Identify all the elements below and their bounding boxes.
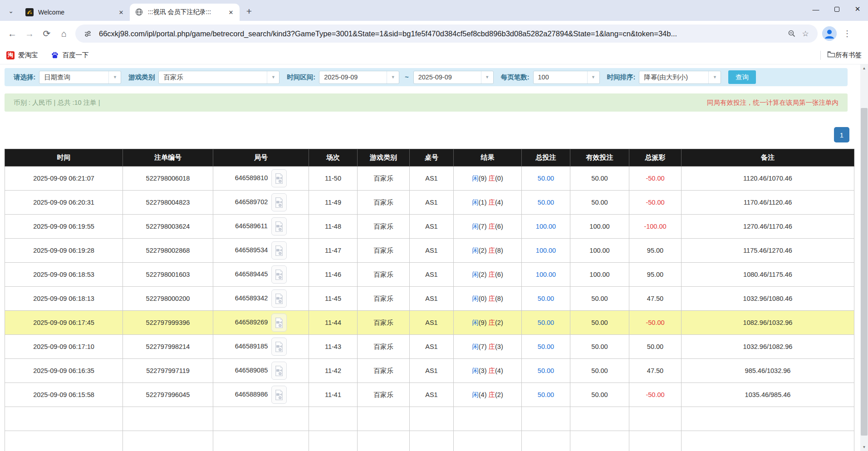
cell-total-bet: 50.00	[522, 359, 570, 383]
forward-icon[interactable]: →	[21, 25, 38, 42]
new-tab-button[interactable]: +	[242, 5, 256, 18]
col-session: 场次	[309, 149, 358, 167]
cell-table-no: AS1	[410, 215, 454, 239]
cell-bet-id: 522797997119	[123, 359, 213, 383]
video-replay-icon[interactable]	[271, 169, 287, 187]
cell-total-bet: 100.00	[522, 239, 570, 263]
cell-session: 11-42	[309, 359, 358, 383]
time-sort-label: 时间排序:	[607, 73, 636, 82]
cell-note: 1032.96/1080.46	[682, 287, 854, 311]
time-sort-select[interactable]: 降幂(由大到小) ▼	[639, 71, 721, 84]
video-replay-icon[interactable]	[271, 289, 287, 308]
cell-note: 1032.96/1082.96	[682, 335, 854, 359]
subtotal-valid-bet: 650.00	[570, 407, 629, 431]
cell-bet-id: 522797996045	[123, 383, 213, 407]
tab-search-icon[interactable]: ⌄	[5, 5, 17, 17]
site-settings-icon[interactable]	[81, 27, 94, 40]
cell-table-no: AS1	[410, 311, 454, 335]
maximize-button[interactable]	[826, 0, 847, 18]
per-page-select[interactable]: 100 ▼	[533, 71, 600, 84]
scrollbar-thumb[interactable]	[861, 108, 868, 436]
per-page-label: 每页笔数:	[501, 73, 530, 82]
table-row: 2025-09-09 06:16:35 522797997119 6465890…	[5, 359, 854, 383]
cell-table-no: AS1	[410, 287, 454, 311]
chevron-down-icon: ▼	[267, 71, 279, 83]
video-replay-icon[interactable]	[271, 193, 287, 211]
video-replay-icon[interactable]	[271, 265, 287, 284]
cell-session: 11-49	[309, 191, 358, 215]
all-bookmarks-label: 所有书签	[835, 51, 862, 59]
cell-time: 2025-09-09 06:19:55	[5, 215, 123, 239]
video-replay-icon[interactable]	[271, 241, 287, 260]
tab-welcome[interactable]: Welcome ✕	[20, 4, 130, 21]
address-input[interactable]: 66cxkj98.com/ipl/portal.php/game/betreco…	[75, 25, 818, 43]
tab-bar: ⌄ Welcome ✕ :::视讯 会员下注纪录::: ✕ + — ✕	[0, 0, 868, 21]
tab-close-icon[interactable]: ✕	[117, 8, 125, 16]
cell-total-bet: 50.00	[522, 335, 570, 359]
cell-session: 11-43	[309, 335, 358, 359]
scroll-down-icon[interactable]: ▼	[860, 443, 868, 451]
video-replay-icon[interactable]	[271, 386, 287, 404]
vertical-scrollbar[interactable]: ▲ ▼	[860, 64, 868, 451]
video-replay-icon[interactable]	[271, 362, 287, 380]
cell-payout: 95.00	[629, 239, 682, 263]
baidu-paw-icon	[51, 51, 59, 59]
chevron-down-icon: ▼	[708, 71, 721, 83]
bookmark-star-icon[interactable]: ☆	[799, 27, 812, 40]
profile-avatar[interactable]	[822, 26, 837, 41]
tab-bet-records[interactable]: :::视讯 会员下注纪录::: ✕	[130, 4, 240, 21]
tab-close-icon[interactable]: ✕	[227, 8, 235, 16]
minimize-button[interactable]: —	[805, 0, 826, 18]
subtotal-row: 小计 10 650.00 650.00 35.00	[5, 407, 854, 431]
cell-time: 2025-09-09 06:17:10	[5, 335, 123, 359]
cell-round-id: 646589269	[213, 311, 309, 335]
video-replay-icon[interactable]	[271, 217, 287, 235]
bookmark-label: 百度一下	[63, 51, 89, 59]
cell-payout: 47.50	[629, 359, 682, 383]
cell-total-bet: 50.00	[522, 311, 570, 335]
cell-game-type: 百家乐	[358, 383, 410, 407]
cell-round-id: 646589611	[213, 215, 309, 239]
cell-result: 闲(1) 庄(4)	[454, 191, 522, 215]
bookmark-baidu[interactable]: 百度一下	[51, 51, 89, 59]
table-body: 2025-09-09 06:21:07 522798006018 6465898…	[5, 167, 854, 407]
reload-icon[interactable]: ⟳	[38, 25, 55, 42]
cell-result: 闲(3) 庄(4)	[454, 359, 522, 383]
date-to-input[interactable]: 2025-09-09 ▼	[413, 71, 494, 84]
tilde-separator: ~	[405, 74, 408, 81]
query-type-select[interactable]: 日期查询 ▼	[39, 71, 121, 84]
zoom-indicator-icon[interactable]	[785, 27, 799, 40]
cell-bet-id: 522797999396	[123, 311, 213, 335]
cell-payout: -50.00	[629, 311, 682, 335]
chevron-down-icon: ▼	[481, 71, 493, 83]
cell-valid-bet: 50.00	[570, 311, 629, 335]
video-replay-icon[interactable]	[271, 338, 287, 356]
game-type-select[interactable]: 百家乐 ▼	[158, 71, 280, 84]
date-from-input[interactable]: 2025-09-09 ▼	[319, 71, 399, 84]
cell-note: 1035.46/985.46	[682, 383, 854, 407]
cell-valid-bet: 100.00	[570, 263, 629, 287]
bookmarks-bar: 淘 爱淘宝 百度一下 所有书签	[0, 46, 868, 64]
table-row: 2025-09-09 06:17:45 522797999396 6465892…	[5, 311, 854, 335]
browser-menu-icon[interactable]: ⋮	[840, 27, 854, 40]
bookmark-taobao[interactable]: 淘 爱淘宝	[6, 51, 38, 59]
video-replay-icon[interactable]	[271, 314, 287, 332]
select-label: 请选择:	[14, 73, 35, 82]
total-row: 总计 10 650.00 650.00 35.00	[5, 431, 854, 451]
cell-note: 985.46/1032.96	[682, 359, 854, 383]
table-row: 2025-09-09 06:21:07 522798006018 6465898…	[5, 167, 854, 191]
cell-table-no: AS1	[410, 191, 454, 215]
back-icon[interactable]: ←	[4, 25, 21, 42]
close-button[interactable]: ✕	[847, 0, 868, 18]
all-bookmarks[interactable]: 所有书签	[820, 51, 862, 60]
scroll-up-icon[interactable]: ▲	[860, 64, 868, 72]
subtotal-total-bet: 650.00	[522, 407, 570, 431]
cell-valid-bet: 50.00	[570, 191, 629, 215]
query-button[interactable]: 查询	[728, 70, 756, 84]
url-text: 66cxkj98.com/ipl/portal.php/game/betreco…	[99, 29, 785, 38]
pagination-page-1[interactable]: 1	[834, 127, 849, 142]
subtotal-payout: 35.00	[629, 407, 682, 431]
cell-game-type: 百家乐	[358, 287, 410, 311]
cell-bet-id: 522797998214	[123, 335, 213, 359]
home-icon[interactable]: ⌂	[55, 25, 73, 42]
